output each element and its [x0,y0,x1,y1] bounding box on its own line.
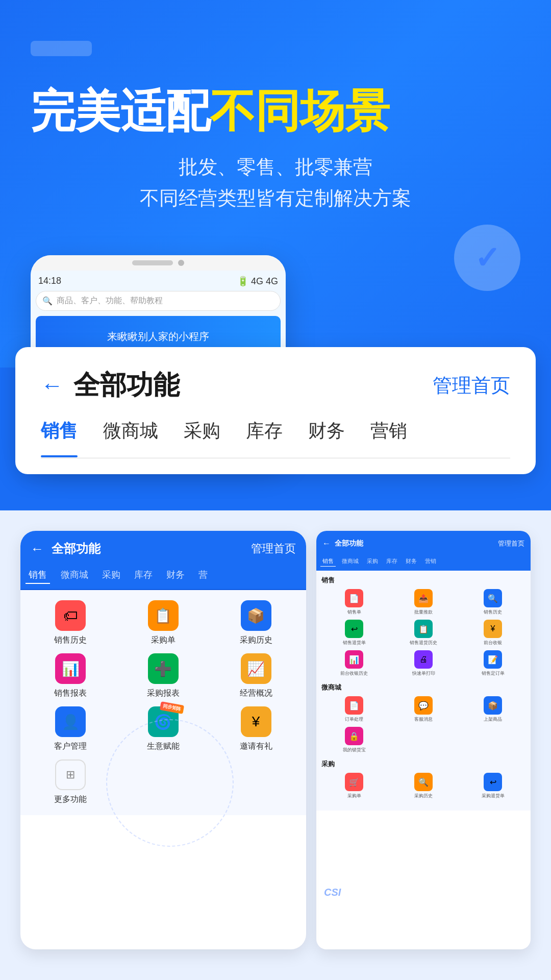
rph-tab-marketing[interactable]: 营销 [423,556,438,567]
rph-customer-msg-label: 客服消息 [414,716,433,723]
rph-purchase-history[interactable]: 🔍 采购历史 [391,773,456,799]
rph-cashier-history-icon: 📊 [345,650,363,669]
purchase-order-label: 采购单 [151,635,176,646]
left-tab-inventory[interactable]: 库存 [131,567,156,584]
left-phone-manage[interactable]: 管理首页 [251,541,296,556]
sales-report-label: 销售报表 [54,688,87,699]
rph-sales-history-label: 销售历史 [484,609,502,616]
left-phone-title: 全部功能 [52,541,101,557]
rph-tab-finance[interactable]: 财务 [404,556,419,567]
rph-sales-return-history-label: 销售退货历史 [410,640,437,646]
rph-tab-inventory[interactable]: 库存 [384,556,399,567]
business-overview-icon: 📈 [241,653,271,684]
new-badge: 同步矩阵 [160,701,184,714]
business-empower-icon: 🌀 同步矩阵 [148,706,179,737]
tab-marketing[interactable]: 营销 [370,419,407,450]
customer-mgmt-icon: 👤 [55,706,86,737]
purchase-history-icon: 📦 [241,600,271,631]
rph-quick-print-icon: 🖨 [414,650,433,669]
left-tab-purchase[interactable]: 采购 [99,567,123,584]
rph-sales-order[interactable]: 📄 销售单 [321,589,387,616]
function-panel-card: ← 全部功能 管理首页 销售 微商城 采购 库存 财务 营销 [15,347,536,474]
rph-purchase-history-icon: 🔍 [414,773,433,791]
phone-time: 14:18 [38,276,61,287]
func-invite-gift[interactable]: ¥ 邀请有礼 [213,706,298,752]
search-placeholder-text: 商品、客户、功能、帮助教程 [57,296,163,306]
business-overview-label: 经营概况 [240,688,272,699]
hero-title-yellow: 不同场景 [210,86,390,136]
func-purchase-report[interactable]: ➕ 采购报表 [121,653,206,699]
manage-home-link[interactable]: 管理首页 [433,373,510,399]
tab-finance[interactable]: 财务 [308,419,345,450]
bottom-section: ← 全部功能 管理首页 销售 微商城 采购 库存 财务 营 🏷 销售历史 📋 [0,510,551,980]
func-business-overview[interactable]: 📈 经营概况 [213,653,298,699]
rph-sales-return-history-icon: 📋 [414,620,433,638]
business-empower-label: 生意赋能 [147,741,180,752]
rph-sales-order-icon: 📄 [345,589,363,607]
right-phone-title: 全部功能 [335,539,363,548]
left-phone-screenshot: ← 全部功能 管理首页 销售 微商城 采购 库存 财务 营 🏷 销售历史 📋 [20,531,306,949]
rph-mini-mall-grid: 📄 订单处理 💬 客服消息 📦 上架商品 🔒 我的锁货宝 [321,696,525,753]
customer-mgmt-label: 客户管理 [54,741,87,752]
rph-customer-msg[interactable]: 💬 客服消息 [391,696,456,723]
tab-purchase[interactable]: 采购 [184,419,220,450]
search-icon: 🔍 [42,296,53,306]
checkmark-icon: ✓ [474,240,500,276]
rph-customer-msg-icon: 💬 [414,696,433,715]
tab-inventory[interactable]: 库存 [246,419,283,450]
phone-camera [178,260,184,266]
right-phone-manage[interactable]: 管理首页 [498,539,524,548]
rph-cashier-history[interactable]: 📊 前台收银历史 [321,650,387,677]
back-arrow-icon[interactable]: ← [41,373,63,398]
rph-lock-treasure[interactable]: 🔒 我的锁货宝 [321,727,387,753]
rph-tab-mini-mall[interactable]: 微商城 [340,556,361,567]
rph-purchase-return[interactable]: ↩ 采购退货单 [460,773,525,799]
rph-sales-return[interactable]: ↩ 销售退货单 [321,620,387,646]
hero-title-white: 完美适配 [31,86,210,136]
rph-front-cashier[interactable]: ¥ 前台收银 [460,620,525,646]
rph-tab-sales[interactable]: 销售 [320,556,336,567]
rph-batch-push-icon: 📤 [414,589,433,607]
phone-search-bar: 🔍 商品、客户、功能、帮助教程 [36,291,281,311]
rph-purchase-return-icon: ↩ [484,773,502,791]
left-phone-back-icon[interactable]: ← [31,541,44,557]
func-business-empowerment[interactable]: 🌀 同步矩阵 生意赋能 [121,706,206,752]
purchase-report-icon: ➕ [148,653,179,684]
rph-purchase-order[interactable]: 🛒 采购单 [321,773,387,799]
rph-batch-push[interactable]: 📤 批量推款 [391,589,456,616]
rph-purchase-order-icon: 🛒 [345,773,363,791]
left-tab-mini-mall[interactable]: 微商城 [58,567,91,584]
rph-quick-print[interactable]: 🖨 快速单打印 [391,650,456,677]
func-customer-management[interactable]: 👤 客户管理 [28,706,113,752]
rph-sales-booking[interactable]: 📝 销售定订单 [460,650,525,677]
rph-purchase-order-label: 采购单 [347,793,361,799]
rph-sales-history[interactable]: 🔍 销售历史 [460,589,525,616]
right-phone-screenshot: ← 全部功能 管理首页 销售 微商城 采购 库存 财务 营销 销售 📄 销售单 … [316,531,531,949]
left-tab-sales[interactable]: 销售 [26,567,50,584]
func-purchase-order[interactable]: 📋 采购单 [121,600,206,646]
sales-history-icon: 🏷 [55,600,86,631]
rph-front-cashier-icon: ¥ [484,620,502,638]
tab-mini-mall[interactable]: 微商城 [103,419,158,450]
nav-tabs: 销售 微商城 采购 库存 财务 营销 [41,419,510,459]
left-tab-other[interactable]: 营 [195,567,211,584]
rph-sales-return-history[interactable]: 📋 销售退货历史 [391,620,456,646]
func-sales-report[interactable]: 📊 销售报表 [28,653,113,699]
right-phone-header: ← 全部功能 管理首页 [316,531,531,556]
func-sales-history[interactable]: 🏷 销售历史 [28,600,113,646]
rph-sales-return-icon: ↩ [345,620,363,638]
phone-status-bar: 14:18 🔋 4G 4G [36,276,281,287]
right-phone-back-icon[interactable]: ← [322,539,331,548]
csi-label: CSI [324,887,341,898]
left-tab-finance[interactable]: 财务 [163,567,188,584]
rph-order-processing[interactable]: 📄 订单处理 [321,696,387,723]
tab-sales[interactable]: 销售 [41,419,78,450]
rph-section-mini-mall-title: 微商城 [321,683,525,692]
rph-tab-purchase[interactable]: 采购 [365,556,380,567]
phone-signal-icons: 🔋 4G 4G [237,276,278,287]
func-purchase-history[interactable]: 📦 采购历史 [213,600,298,646]
rph-purchase-history-label: 采购历史 [414,793,433,799]
rph-list-product[interactable]: 📦 上架商品 [460,696,525,723]
hero-subtitle: 批发、零售、批零兼营 不同经营类型皆有定制解决方案 [31,152,520,214]
func-more[interactable]: ⊞ 更多功能 [28,760,113,805]
